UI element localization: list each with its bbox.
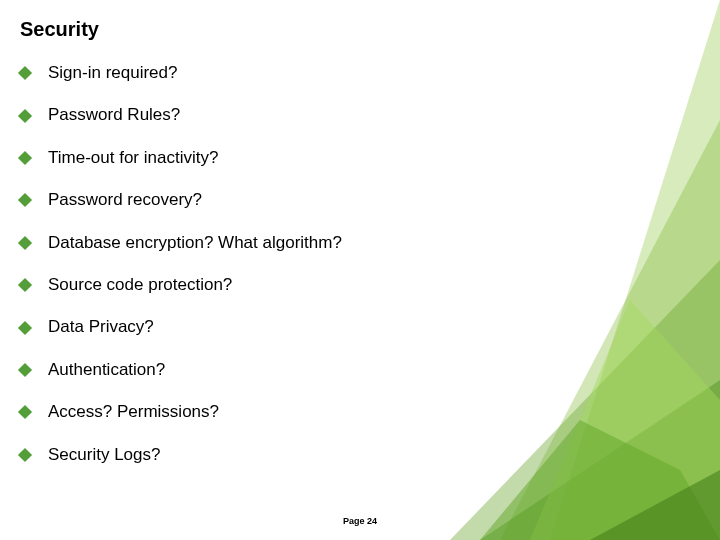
bullet-text: Password Rules? xyxy=(48,105,180,125)
content-area: Security Sign-in required? Password Rule… xyxy=(20,18,680,487)
bullet-icon xyxy=(18,405,32,419)
bullet-icon xyxy=(18,151,32,165)
slide: Security Sign-in required? Password Rule… xyxy=(0,0,720,540)
list-item: Authentication? xyxy=(20,360,680,380)
bullet-icon xyxy=(18,448,32,462)
bullet-icon xyxy=(18,236,32,250)
bullet-icon xyxy=(18,363,32,377)
list-item: Password recovery? xyxy=(20,190,680,210)
bullet-text: Sign-in required? xyxy=(48,63,177,83)
bullet-icon xyxy=(18,278,32,292)
bullet-icon xyxy=(18,109,32,123)
bullet-icon xyxy=(18,193,32,207)
page-number: Page 24 xyxy=(0,516,720,526)
bullet-text: Authentication? xyxy=(48,360,165,380)
bullet-text: Access? Permissions? xyxy=(48,402,219,422)
list-item: Password Rules? xyxy=(20,105,680,125)
slide-title: Security xyxy=(20,18,680,41)
bullet-text: Source code protection? xyxy=(48,275,232,295)
list-item: Data Privacy? xyxy=(20,317,680,337)
bullet-text: Data Privacy? xyxy=(48,317,154,337)
list-item: Time-out for inactivity? xyxy=(20,148,680,168)
list-item: Source code protection? xyxy=(20,275,680,295)
bullet-list: Sign-in required? Password Rules? Time-o… xyxy=(20,63,680,465)
list-item: Sign-in required? xyxy=(20,63,680,83)
bullet-text: Password recovery? xyxy=(48,190,202,210)
bullet-text: Time-out for inactivity? xyxy=(48,148,218,168)
bullet-icon xyxy=(18,320,32,334)
list-item: Access? Permissions? xyxy=(20,402,680,422)
list-item: Security Logs? xyxy=(20,445,680,465)
bullet-text: Database encryption? What algorithm? xyxy=(48,233,342,253)
bullet-icon xyxy=(18,66,32,80)
bullet-text: Security Logs? xyxy=(48,445,160,465)
list-item: Database encryption? What algorithm? xyxy=(20,233,680,253)
